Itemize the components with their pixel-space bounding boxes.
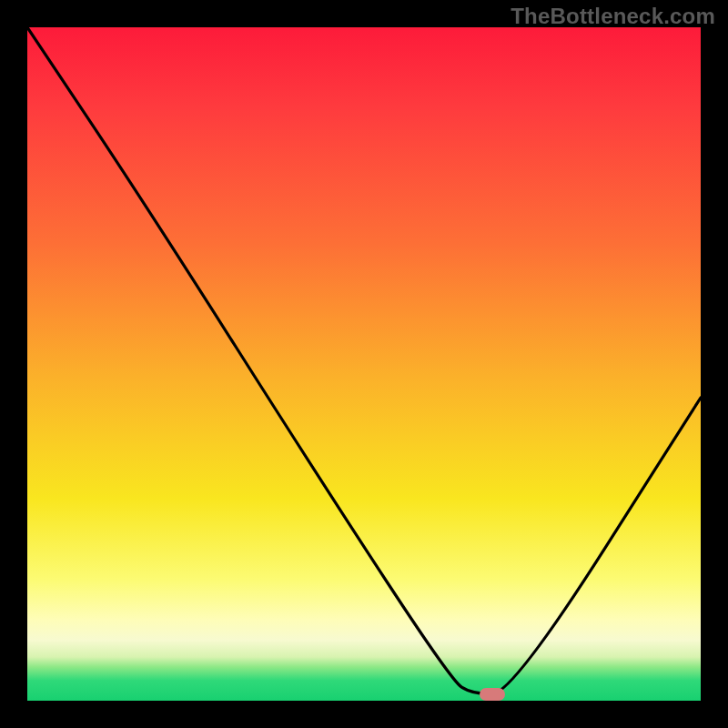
minimum-marker xyxy=(480,688,505,701)
plot-area xyxy=(27,27,701,701)
chart-frame: TheBottleneck.com xyxy=(0,0,728,728)
bottleneck-curve xyxy=(27,27,701,701)
watermark-label: TheBottleneck.com xyxy=(511,4,715,29)
